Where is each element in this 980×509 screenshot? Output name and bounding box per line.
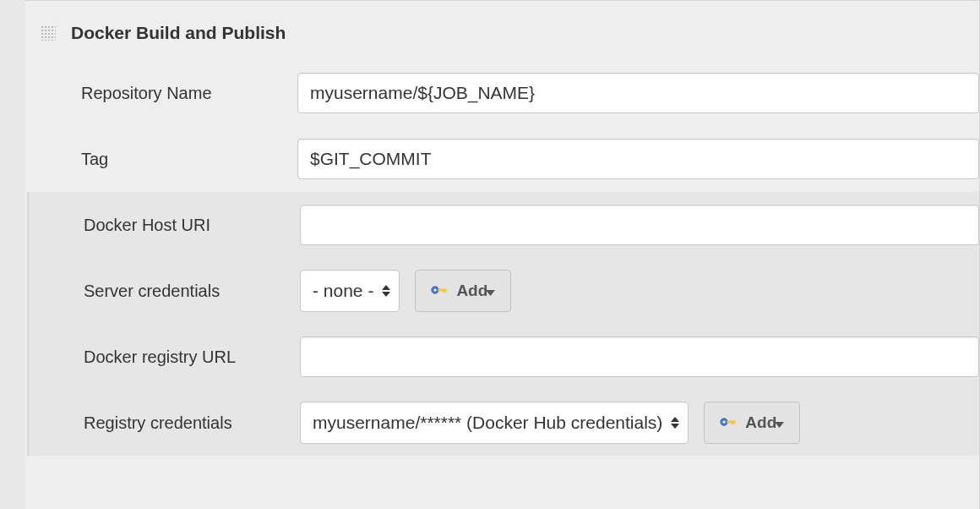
- row-tag: Tag: [25, 126, 979, 192]
- svg-marker-7: [486, 290, 495, 296]
- row-docker-registry-url: Docker registry URL: [30, 324, 979, 390]
- row-server-credentials: Server credentials - none -: [30, 258, 979, 324]
- svg-marker-9: [671, 424, 679, 429]
- drag-handle-icon[interactable]: [41, 25, 56, 41]
- select-server-credentials[interactable]: - none -: [300, 270, 400, 312]
- row-repository-name: Repository Name: [25, 60, 979, 126]
- chevron-down-icon: [486, 282, 495, 300]
- chevron-down-icon: [775, 413, 784, 432]
- advanced-region: Docker Host URI Server credentials - non…: [27, 192, 979, 456]
- label-server-credentials: Server credentials: [84, 282, 300, 301]
- add-server-credentials-label: Add: [456, 282, 487, 300]
- select-registry-credentials-value: myusername/****** (Docker Hub credential…: [313, 413, 662, 433]
- select-server-credentials-value: - none -: [313, 281, 373, 301]
- build-step-panel: Docker Build and Publish Repository Name…: [25, 0, 980, 509]
- select-registry-credentials[interactable]: myusername/****** (Docker Hub credential…: [300, 402, 689, 444]
- label-repository-name: Repository Name: [81, 84, 297, 103]
- svg-marker-1: [382, 292, 390, 297]
- key-icon: [720, 413, 737, 432]
- input-docker-registry-url[interactable]: [300, 337, 979, 377]
- svg-rect-5: [444, 289, 445, 293]
- svg-marker-15: [775, 422, 784, 428]
- input-docker-host-uri[interactable]: [300, 205, 979, 245]
- input-repository-name[interactable]: [297, 73, 979, 113]
- select-arrows-icon: [671, 417, 679, 429]
- add-registry-credentials-label: Add: [745, 413, 776, 432]
- label-registry-credentials: Registry credentials: [84, 413, 300, 433]
- label-tag: Tag: [81, 150, 297, 169]
- key-icon: [431, 282, 448, 300]
- svg-rect-13: [732, 421, 734, 425]
- section-title: Docker Build and Publish: [71, 23, 286, 43]
- svg-point-11: [723, 421, 726, 424]
- select-arrows-icon: [382, 285, 390, 297]
- add-server-credentials-button[interactable]: Add: [415, 270, 511, 312]
- section-header: Docker Build and Publish: [25, 1, 979, 60]
- label-docker-registry-url: Docker registry URL: [84, 348, 300, 367]
- row-docker-host-uri: Docker Host URI: [30, 192, 979, 258]
- input-tag[interactable]: [297, 139, 979, 179]
- add-registry-credentials-button[interactable]: Add: [704, 402, 800, 444]
- svg-rect-12: [727, 421, 735, 424]
- svg-marker-8: [671, 417, 679, 422]
- svg-rect-6: [445, 289, 447, 293]
- label-docker-host-uri: Docker Host URI: [84, 216, 300, 235]
- svg-marker-0: [382, 285, 390, 290]
- svg-rect-4: [438, 289, 446, 292]
- svg-rect-14: [734, 421, 736, 424]
- svg-point-3: [434, 289, 437, 292]
- row-registry-credentials: Registry credentials myusername/****** (…: [30, 390, 979, 456]
